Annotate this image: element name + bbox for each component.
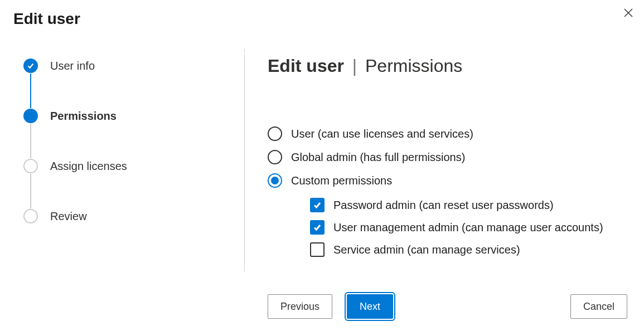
- wizard-stepper: User info Permissions Assign licenses Re…: [23, 58, 213, 224]
- previous-button[interactable]: Previous: [268, 294, 332, 319]
- checkbox-user-management-admin[interactable]: User management admin (can manage user a…: [310, 220, 631, 235]
- radio-label: Custom permissions: [291, 174, 392, 187]
- main-pane: Edit user | Permissions User (can use li…: [268, 56, 631, 257]
- step-label: User info: [50, 60, 95, 72]
- checkbox-password-admin[interactable]: Password admin (can reset user passwords…: [310, 198, 631, 212]
- step-connector: [30, 174, 31, 208]
- step-assign-licenses[interactable]: Assign licenses: [23, 158, 213, 174]
- upcoming-step-icon: [23, 209, 38, 223]
- dialog-title: Edit user: [13, 10, 80, 28]
- step-label: Assign licenses: [50, 160, 127, 173]
- checkbox-label: Service admin (can manage services): [333, 244, 520, 256]
- current-step-icon: [23, 109, 38, 123]
- radio-label: Global admin (has full permissions): [291, 151, 465, 164]
- radio-label: User (can use licenses and services): [291, 128, 473, 140]
- radio-icon: [268, 173, 282, 188]
- radio-global-admin[interactable]: Global admin (has full permissions): [268, 150, 631, 164]
- step-label: Review: [50, 210, 87, 223]
- radio-icon: [268, 150, 282, 164]
- step-connector: [30, 74, 31, 108]
- checkbox-label: Password admin (can reset user passwords…: [333, 199, 554, 212]
- step-label: Permissions: [50, 110, 117, 123]
- page-heading-section: Permissions: [365, 56, 462, 76]
- radio-custom-permissions[interactable]: Custom permissions: [268, 173, 631, 188]
- step-permissions[interactable]: Permissions: [23, 108, 213, 124]
- page-heading-separator: |: [352, 56, 357, 76]
- checkbox-label: User management admin (can manage user a…: [333, 221, 603, 234]
- vertical-divider: [244, 49, 245, 272]
- close-button[interactable]: [619, 4, 637, 22]
- checkbox-icon: [310, 198, 325, 212]
- checkbox-icon: [310, 242, 325, 257]
- page-heading-context: Edit user: [268, 56, 344, 76]
- step-user-info[interactable]: User info: [23, 58, 213, 74]
- upcoming-step-icon: [23, 159, 38, 173]
- page-heading: Edit user | Permissions: [268, 56, 631, 76]
- checkbox-service-admin[interactable]: Service admin (can manage services): [310, 242, 631, 257]
- custom-permissions-list: Password admin (can reset user passwords…: [310, 198, 631, 257]
- wizard-footer: Previous Next Cancel: [268, 294, 627, 319]
- radio-icon: [268, 126, 282, 141]
- cancel-button[interactable]: Cancel: [570, 294, 627, 319]
- checkbox-icon: [310, 220, 325, 235]
- check-circle-icon: [23, 59, 38, 73]
- role-radio-group: User (can use licenses and services) Glo…: [268, 126, 631, 257]
- step-review[interactable]: Review: [23, 208, 213, 224]
- step-connector: [30, 124, 31, 158]
- radio-user[interactable]: User (can use licenses and services): [268, 126, 631, 141]
- close-icon: [624, 8, 633, 19]
- next-button[interactable]: Next: [347, 294, 393, 319]
